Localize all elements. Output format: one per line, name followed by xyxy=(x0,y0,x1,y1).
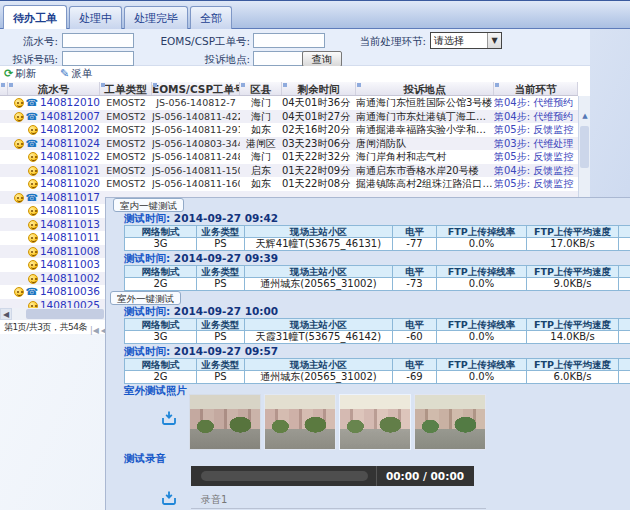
phone-icon: ☎ xyxy=(25,192,37,203)
serial-number-link[interactable]: 140811022 xyxy=(40,150,100,163)
query-button[interactable]: 查询 xyxy=(302,51,342,67)
audio-progress-track[interactable] xyxy=(201,471,368,481)
street-photo[interactable] xyxy=(339,394,411,450)
serial-number-link[interactable]: 140810036 xyxy=(40,285,100,298)
pagination-text: 第1页/共3页，共54条 xyxy=(4,321,87,334)
test-time-label: 测试时间: xyxy=(124,345,174,357)
serial-cell: 140811003 xyxy=(8,258,100,271)
tab-0[interactable]: 待办工单 xyxy=(3,5,67,29)
test-cell: 3G xyxy=(125,331,197,344)
serial-number-link[interactable]: 140811013 xyxy=(40,218,100,231)
street-photo[interactable] xyxy=(264,394,336,450)
test-time: 测试时间: 2014-09-27 09:39 xyxy=(124,252,630,264)
phone-icon: ☎ xyxy=(25,138,37,149)
table-row[interactable]: 140811020EMOST2JS-056-140811-160如东01天22时… xyxy=(0,177,578,191)
street-photo[interactable] xyxy=(189,394,261,450)
serial-number-link[interactable]: 140811024 xyxy=(40,137,100,150)
test-col-header: FTP上传掉线率 xyxy=(437,225,527,238)
test-cell: 17.0KB/s xyxy=(527,238,619,251)
column-header-2[interactable]: 工单类型 xyxy=(100,82,152,95)
serial-label: 流水号: xyxy=(18,35,58,49)
scroll-up-icon[interactable]: ▲ xyxy=(580,112,590,120)
test-recording-label: 测试录音 xyxy=(124,452,166,466)
serial-number-link[interactable]: 140811020 xyxy=(40,177,100,190)
column-header-5[interactable]: 剩余时间 xyxy=(282,82,356,95)
test-col-header: 现场主站小区 xyxy=(245,265,393,278)
grid-toolbar: ⟳刷新 ✎派单 xyxy=(0,66,590,82)
smiley-icon xyxy=(14,287,24,297)
outdoor-test-button[interactable]: 室外一键测试 xyxy=(110,291,181,305)
test-col-header: 现场主站小区 xyxy=(245,358,393,371)
row-icons xyxy=(8,218,38,231)
serial-number-link[interactable]: 140811021 xyxy=(40,164,100,177)
cell-c3: JS-056-140803-344 xyxy=(152,137,240,150)
test-cell: PS xyxy=(197,371,245,384)
cell-c4: 海门 xyxy=(240,110,282,123)
cell-c7: 第04步: 代维预约 xyxy=(494,96,578,109)
dispatch-button[interactable]: ✎派单 xyxy=(60,67,92,81)
process-step-label: 当前处理环节: xyxy=(342,35,426,49)
table-row[interactable]: ☎140811024EMOST2JS-056-140803-344港闸区03天2… xyxy=(0,137,578,151)
serial-number-link[interactable]: 140811015 xyxy=(40,204,100,217)
serial-number-link[interactable]: 140810025 xyxy=(40,299,100,308)
refresh-button[interactable]: ⟳刷新 xyxy=(4,67,36,81)
smiley-icon xyxy=(28,152,38,162)
sort-icon xyxy=(241,83,245,87)
cell-c4: 启东 xyxy=(240,164,282,177)
serial-number-link[interactable]: 140811002 xyxy=(40,272,100,285)
test-cell: 0.0% xyxy=(437,371,527,384)
test-cell: 9.0KB/s xyxy=(527,278,619,291)
cell-c3: JS-056-140811-422 xyxy=(152,110,240,123)
download-photos-icon[interactable] xyxy=(161,410,177,430)
cell-c3: JS-056-140811-291 xyxy=(152,123,240,136)
tab-1[interactable]: 处理中 xyxy=(69,6,122,29)
serial-number-link[interactable]: 140811008 xyxy=(40,245,100,258)
test-cell: -69 xyxy=(393,371,437,384)
test-cell: PS xyxy=(197,331,245,344)
column-header-1[interactable]: 流水号 xyxy=(8,82,100,95)
row-icons: ☎ xyxy=(8,285,38,298)
vertical-scroll-thumb[interactable] xyxy=(580,126,589,168)
row-icons xyxy=(8,150,38,163)
tab-2[interactable]: 处理完毕 xyxy=(124,6,188,29)
sort-icon xyxy=(9,83,13,87)
test-block: 测试时间: 2014-09-27 09:57网络制式业务类型现场主站小区电平FT… xyxy=(124,345,630,384)
table-row[interactable]: 140811021EMOST2JS-056-140811-150启东01天22时… xyxy=(0,164,578,178)
process-step-select[interactable]: 请选择 ▼ xyxy=(430,32,502,49)
indoor-test-button[interactable]: 室内一键测试 xyxy=(113,198,184,212)
dispatch-icon: ✎ xyxy=(60,67,69,80)
serial-number-link[interactable]: 140811017 xyxy=(40,191,100,204)
column-header-7[interactable]: 当前环节 xyxy=(494,82,578,95)
sort-icon xyxy=(101,83,105,87)
street-photo[interactable] xyxy=(414,394,486,450)
table-row[interactable]: 140811022EMOST2JS-056-140811-248海门01天22时… xyxy=(0,150,578,164)
test-col-header: FTP上传平均速度 xyxy=(527,358,619,371)
column-header-3[interactable]: EOMS/CSP工单号 xyxy=(152,82,240,95)
cell-c7: 第05步: 反馈监控 xyxy=(494,150,578,163)
eoms-input[interactable] xyxy=(253,33,325,48)
serial-number-link[interactable]: 140811011 xyxy=(40,231,100,244)
divider xyxy=(191,508,486,509)
serial-number-link[interactable]: 140811003 xyxy=(40,258,100,271)
test-time-value: 2014-09-27 09:57 xyxy=(174,345,278,357)
table-row[interactable]: 140812002EMOST2JS-056-140811-291如东02天16时… xyxy=(0,123,578,137)
table-row[interactable]: ☎140812010EMOST2JS-056-140812-7海门04天01时3… xyxy=(0,96,578,110)
serial-input[interactable] xyxy=(62,33,134,48)
column-header-4[interactable]: 区县 xyxy=(240,82,282,95)
row-icons xyxy=(8,164,38,177)
column-header-6[interactable]: 投诉地点 xyxy=(356,82,494,95)
serial-number-link[interactable]: 140812010 xyxy=(40,96,100,109)
test-col-header: FTP上传平均速度 xyxy=(527,225,619,238)
download-recording-icon[interactable] xyxy=(161,490,177,510)
test-table-header-row: 网络制式业务类型现场主站小区电平FTP上传掉线率FTP上传平均速度FTP xyxy=(125,358,630,371)
scroll-left-icon[interactable]: ◀ xyxy=(0,308,12,320)
audio-player[interactable]: 00:00 / 00:00 xyxy=(191,466,474,486)
serial-number-link[interactable]: 140812007 xyxy=(40,110,100,123)
tab-3[interactable]: 全部 xyxy=(190,6,232,29)
pager-nav-0[interactable]: |◀ xyxy=(90,326,99,335)
complaint-number-input[interactable] xyxy=(62,51,134,66)
test-cell: 14.0KB/s xyxy=(527,331,619,344)
refresh-icon: ⟳ xyxy=(4,67,13,80)
table-row[interactable]: ☎140812007EMOST2JS-056-140811-422海门04天01… xyxy=(0,110,578,124)
serial-number-link[interactable]: 140812002 xyxy=(40,123,100,136)
